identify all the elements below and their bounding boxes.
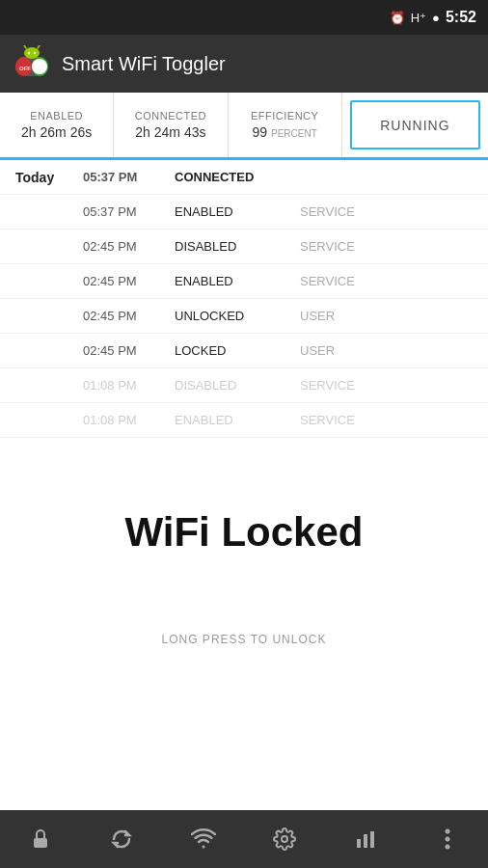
log-area: Today 05:37 PM CONNECTED 05:37 PM ENABLE… <box>0 160 488 438</box>
svg-rect-14 <box>357 839 361 848</box>
log-row: 02:45 PM UNLOCKED USER <box>0 299 488 334</box>
stat-enabled-value: 2h 26m 26s <box>21 124 92 140</box>
svg-text:ON: ON <box>33 66 41 71</box>
today-label: Today <box>15 170 83 185</box>
stat-efficiency-value: 99 PERCENT <box>253 124 317 140</box>
log-source-7: SERVICE <box>300 413 355 427</box>
stat-efficiency-label: EFFICIENCY <box>251 110 318 122</box>
log-source-3: SERVICE <box>300 274 355 288</box>
stats-row: ENABLED 2h 26m 26s CONNECTED 2h 24m 43s … <box>0 93 488 160</box>
svg-point-18 <box>445 837 449 842</box>
svg-point-6 <box>24 47 40 59</box>
log-event-2: DISABLED <box>175 239 300 254</box>
status-time: 5:52 <box>446 9 476 26</box>
log-event-7: ENABLED <box>175 413 300 427</box>
app-header: OFF ON Smart WiFi Toggler <box>0 35 488 93</box>
log-event-6: DISABLED <box>175 378 300 393</box>
svg-line-9 <box>24 45 26 48</box>
log-row: 05:37 PM ENABLED SERVICE <box>0 195 488 230</box>
stat-efficiency: EFFICIENCY 99 PERCENT <box>229 93 342 157</box>
log-row: 01:08 PM DISABLED SERVICE <box>0 368 488 403</box>
bottom-nav <box>0 810 488 868</box>
stat-enabled: ENABLED 2h 26m 26s <box>0 93 114 157</box>
log-row: 02:45 PM ENABLED SERVICE <box>0 264 488 299</box>
app-title: Smart WiFi Toggler <box>62 53 226 75</box>
stat-connected-label: CONNECTED <box>135 110 206 122</box>
log-row: 02:45 PM DISABLED SERVICE <box>0 230 488 264</box>
stat-connected: CONNECTED 2h 24m 43s <box>114 93 228 157</box>
log-time-1: 05:37 PM <box>83 204 175 219</box>
wifi-status-icon: ● <box>432 11 440 25</box>
alarm-icon: ⏰ <box>390 11 405 25</box>
log-time-2: 02:45 PM <box>83 239 175 254</box>
svg-point-8 <box>34 52 36 54</box>
wifi-locked-area[interactable]: WiFi Locked LONG PRESS TO UNLOCK <box>0 438 488 718</box>
running-button[interactable]: RUNNING <box>350 100 480 149</box>
log-time-5: 02:45 PM <box>83 343 175 358</box>
log-source-1: SERVICE <box>300 204 355 219</box>
log-source-4: USER <box>300 309 335 323</box>
android-logo-icon: OFF ON <box>14 45 50 82</box>
log-time-6: 01:08 PM <box>83 378 175 393</box>
log-time-7: 01:08 PM <box>83 413 175 427</box>
content-area: Today 05:37 PM CONNECTED 05:37 PM ENABLE… <box>0 160 488 810</box>
log-first-event: CONNECTED <box>175 170 300 184</box>
svg-point-7 <box>28 52 30 54</box>
svg-point-19 <box>445 845 449 850</box>
log-event-1: ENABLED <box>175 204 300 219</box>
stat-enabled-label: ENABLED <box>30 110 83 122</box>
svg-point-17 <box>445 829 449 834</box>
svg-rect-16 <box>370 831 374 848</box>
wifi-nav-icon[interactable] <box>182 818 225 860</box>
status-icons: ⏰ H⁺ ● 5:52 <box>390 9 476 26</box>
status-bar: ⏰ H⁺ ● 5:52 <box>0 0 488 35</box>
stat-connected-value: 2h 24m 43s <box>135 124 205 140</box>
log-event-5: LOCKED <box>175 343 300 358</box>
log-row: 02:45 PM LOCKED USER <box>0 334 488 368</box>
svg-point-13 <box>282 836 287 842</box>
log-time-3: 02:45 PM <box>83 274 175 288</box>
running-label: RUNNING <box>380 118 449 133</box>
log-event-4: UNLOCKED <box>175 309 300 323</box>
log-source-6: SERVICE <box>300 378 355 393</box>
log-first-time: 05:37 PM <box>83 170 175 184</box>
settings-nav-icon[interactable] <box>263 818 306 860</box>
refresh-nav-icon[interactable] <box>100 818 143 860</box>
svg-rect-11 <box>34 838 47 848</box>
log-today-header: Today 05:37 PM CONNECTED <box>0 160 488 195</box>
chart-nav-icon[interactable] <box>344 818 387 860</box>
more-nav-icon[interactable] <box>426 818 469 860</box>
svg-point-12 <box>202 846 204 849</box>
svg-text:OFF: OFF <box>19 66 31 71</box>
lock-nav-icon[interactable] <box>19 818 62 860</box>
wifi-locked-subtitle: LONG PRESS TO UNLOCK <box>162 633 327 646</box>
wifi-locked-title: WiFi Locked <box>125 509 364 556</box>
log-row: 01:08 PM ENABLED SERVICE <box>0 403 488 438</box>
svg-line-10 <box>38 45 40 48</box>
svg-rect-15 <box>364 834 367 848</box>
log-time-4: 02:45 PM <box>83 309 175 323</box>
log-source-5: USER <box>300 343 335 358</box>
log-event-3: ENABLED <box>175 274 300 288</box>
signal-icon: H⁺ <box>411 11 426 25</box>
log-source-2: SERVICE <box>300 239 355 254</box>
